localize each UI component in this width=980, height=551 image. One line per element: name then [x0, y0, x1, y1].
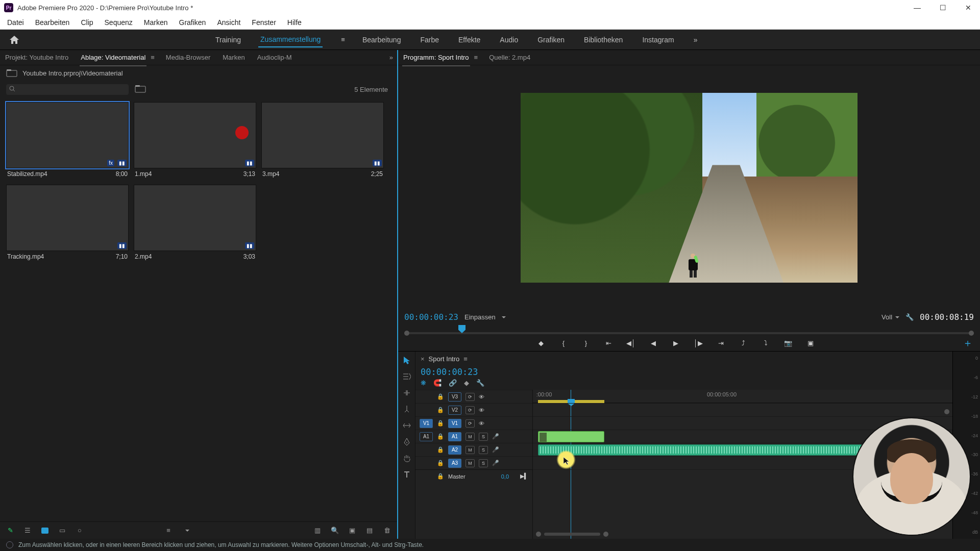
media-grid[interactable]: fx▮▮ Stabilized.mp48;00 ▮▮ 1.mp43;13 ▮▮ … — [0, 98, 397, 521]
media-item[interactable]: ▮▮ 2.mp43;03 — [134, 185, 256, 262]
workspace-bearbeitung[interactable]: Bearbeitung — [360, 33, 403, 47]
track-row-v2[interactable]: 🔒V2⟳👁 — [415, 403, 532, 416]
workspace-training[interactable]: Training — [213, 33, 243, 47]
sync-lock-icon[interactable]: ⟳ — [465, 419, 475, 428]
menu-hilfe[interactable]: Hilfe — [283, 17, 306, 28]
play-icon[interactable]: ▶ — [670, 338, 682, 348]
panel-menu-icon[interactable]: ≡ — [151, 54, 155, 61]
sort-menu-icon[interactable] — [181, 527, 191, 535]
button-editor-icon[interactable]: ＋ — [962, 338, 974, 348]
workspace-menu-icon[interactable]: ≡ — [341, 36, 345, 43]
export-frame-icon[interactable]: 📷 — [782, 338, 794, 348]
solo-button[interactable]: S — [479, 433, 488, 441]
automate-icon[interactable]: ▥ — [312, 527, 323, 535]
track-row-a3[interactable]: 🔒A3MS🎤 — [415, 456, 532, 469]
program-scrubber[interactable] — [404, 325, 974, 335]
hand-tool-icon[interactable] — [401, 453, 412, 464]
master-value[interactable]: 0,0 — [501, 473, 509, 480]
new-bin-icon[interactable] — [135, 85, 146, 94]
workspace-audio[interactable]: Audio — [498, 33, 520, 47]
bin-icon[interactable] — [6, 69, 17, 77]
workspace-farbe[interactable]: Farbe — [418, 33, 441, 47]
nest-toggle-icon[interactable]: ❋ — [421, 379, 426, 387]
mute-button[interactable]: M — [465, 446, 475, 454]
menu-ansicht[interactable]: Ansicht — [213, 17, 244, 28]
lock-icon[interactable]: 🔒 — [437, 433, 444, 440]
menu-bearbeiten[interactable]: Bearbeiten — [31, 17, 74, 28]
linked-selection-icon[interactable]: 🔗 — [449, 379, 457, 387]
track-select-tool-icon[interactable] — [401, 371, 412, 382]
step-back-icon[interactable]: ◀│ — [625, 338, 637, 348]
media-item[interactable]: fx▮▮ Stabilized.mp48;00 — [6, 102, 129, 180]
pen-tool-icon[interactable] — [401, 436, 412, 447]
workspace-grafiken[interactable]: Grafiken — [535, 33, 567, 47]
time-ruler[interactable]: :00:00 00:00:05:00 — [533, 390, 952, 403]
window-close[interactable]: ✕ — [961, 4, 976, 12]
trash-icon[interactable]: 🗑 — [382, 527, 392, 535]
add-marker-timeline-icon[interactable]: ◆ — [464, 379, 469, 387]
program-panel-menu-icon[interactable]: ≡ — [474, 54, 478, 61]
tab-audioclip[interactable]: Audioclip-M — [256, 52, 293, 63]
vertical-zoom-knob[interactable] — [944, 409, 949, 414]
add-marker-icon[interactable]: ◆ — [535, 338, 547, 348]
type-tool-icon[interactable] — [401, 469, 412, 480]
panel-overflow-icon[interactable]: » — [389, 54, 393, 61]
mark-out-icon[interactable]: } — [580, 338, 592, 348]
zoom-knob-left[interactable] — [536, 532, 541, 537]
track-row-v1[interactable]: V1🔒V1⟳👁 — [415, 416, 532, 430]
ripple-edit-tool-icon[interactable] — [401, 387, 412, 398]
mark-in-icon[interactable]: { — [557, 338, 570, 348]
razor-tool-icon[interactable] — [401, 404, 412, 415]
solo-button[interactable]: S — [479, 446, 488, 454]
lift-icon[interactable]: ⤴ — [737, 338, 749, 348]
voiceover-icon[interactable]: 🎤 — [492, 446, 499, 453]
comparison-icon[interactable]: ▣ — [804, 338, 817, 348]
workspace-effekte[interactable]: Effekte — [456, 33, 482, 47]
program-zoom-select[interactable]: Einpassen — [464, 313, 506, 321]
voiceover-icon[interactable]: 🎤 — [492, 433, 499, 440]
go-to-out-icon[interactable]: ⇥ — [715, 338, 727, 348]
go-to-in-icon[interactable]: ⇤ — [602, 338, 615, 348]
workspace-overflow-icon[interactable]: » — [692, 33, 700, 47]
eye-icon[interactable]: 👁 — [479, 394, 484, 400]
new-item-icon[interactable]: ▤ — [364, 527, 375, 535]
media-item[interactable]: ▮▮ Tracking.mp47;10 — [6, 185, 129, 262]
lock-icon[interactable]: 🔒 — [437, 407, 444, 413]
menu-datei[interactable]: Datei — [3, 17, 28, 28]
sync-lock-icon[interactable]: ⟳ — [465, 406, 475, 414]
lock-icon[interactable]: 🔒 — [437, 420, 444, 427]
menu-clip[interactable]: Clip — [77, 17, 97, 28]
media-item[interactable]: ▮▮ 3.mp42;25 — [261, 102, 384, 180]
lock-icon[interactable]: 🔒 — [437, 393, 444, 400]
source-patch[interactable]: A1 — [420, 432, 433, 441]
program-video[interactable] — [398, 65, 980, 310]
tab-ablage[interactable]: Ablage: Videomaterial — [80, 52, 146, 63]
slip-tool-icon[interactable] — [401, 420, 412, 431]
thumb-size-slider[interactable]: ○ — [75, 527, 85, 535]
window-maximize[interactable]: ☐ — [935, 4, 950, 12]
media-thumbnail[interactable]: ▮▮ — [261, 102, 384, 168]
sort-icon[interactable]: ≡ — [163, 527, 174, 535]
track-row-v3[interactable]: 🔒V3⟳👁 — [415, 390, 532, 403]
search-input[interactable] — [15, 86, 126, 93]
wrench-icon[interactable]: 🔧 — [905, 313, 914, 321]
extract-icon[interactable]: ⤵ — [760, 338, 772, 348]
track-target[interactable]: V1 — [448, 419, 461, 428]
track-target[interactable]: V3 — [448, 392, 461, 402]
list-view-icon[interactable]: ☰ — [22, 527, 33, 535]
home-icon[interactable] — [4, 30, 24, 50]
timeline-timecode[interactable]: 00:00:00:23 — [415, 366, 952, 378]
media-thumbnail[interactable]: ▮▮ — [6, 185, 129, 251]
sequence-menu-icon[interactable]: ≡ — [463, 355, 468, 363]
media-item[interactable]: ▮▮ 1.mp43;13 — [134, 102, 256, 180]
play-reverse-icon[interactable]: ◀ — [647, 338, 659, 348]
voiceover-icon[interactable]: 🎤 — [492, 460, 499, 466]
track-target[interactable]: V2 — [448, 406, 461, 415]
step-forward-icon[interactable]: │▶ — [692, 338, 704, 348]
tab-projekt[interactable]: Projekt: Youtube Intro — [4, 52, 69, 63]
snap-icon[interactable]: 🧲 — [433, 379, 442, 387]
menu-fenster[interactable]: Fenster — [248, 17, 280, 28]
workspace-bibliotheken[interactable]: Bibliotheken — [582, 33, 625, 47]
eye-icon[interactable]: 👁 — [479, 407, 484, 413]
eye-icon[interactable]: 👁 — [479, 420, 484, 427]
